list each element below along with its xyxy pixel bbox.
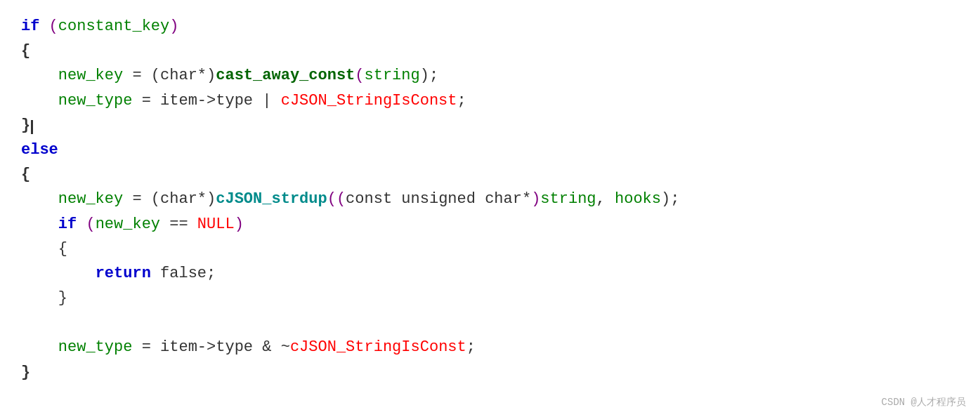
- code-block: if (constant_key){ new_key = (char*)cast…: [21, 14, 959, 385]
- code-line: return false;: [21, 261, 959, 286]
- code-line: }: [21, 286, 959, 310]
- code-line: {: [21, 162, 959, 187]
- code-line: if (new_key == NULL): [21, 212, 959, 237]
- code-line: else: [21, 138, 959, 162]
- code-line: new_key = (char*)cast_away_const(string)…: [21, 63, 959, 88]
- code-line: new_type = item->type | cJSON_StringIsCo…: [21, 88, 959, 113]
- code-line: }: [21, 113, 959, 138]
- code-line: }: [21, 360, 959, 385]
- code-line: [21, 310, 959, 335]
- code-container: if (constant_key){ new_key = (char*)cast…: [0, 0, 980, 417]
- watermark: CSDN @人才程序员: [882, 396, 966, 409]
- code-line: new_type = item->type & ~cJSON_StringIsC…: [21, 335, 959, 359]
- code-line: new_key = (char*)cJSON_strdup((const uns…: [21, 187, 959, 211]
- code-line: if (constant_key): [21, 14, 959, 39]
- code-line: {: [21, 39, 959, 63]
- code-line: {: [21, 237, 959, 261]
